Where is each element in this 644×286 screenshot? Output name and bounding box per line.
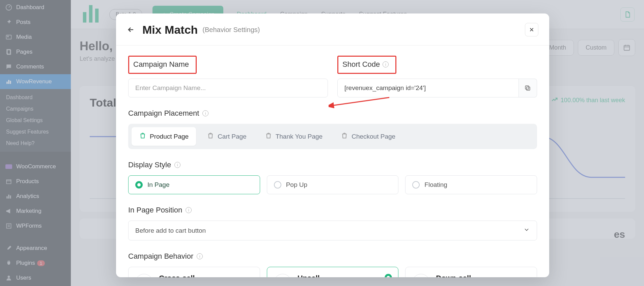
behavior-title: Cross-sell <box>159 274 216 277</box>
display-option-in-page[interactable]: In Page <box>128 175 260 194</box>
option-label: Floating <box>424 181 447 189</box>
chevron-down-icon <box>523 226 530 235</box>
behavior-upsell[interactable]: Upsell The goal is to upsell <box>267 267 399 277</box>
clock-icon <box>412 274 430 277</box>
info-icon[interactable]: i <box>383 61 389 67</box>
tab-label: Cart Page <box>218 133 247 140</box>
in-page-position-select[interactable]: Before add to cart button <box>128 221 537 240</box>
tab-checkout-page[interactable]: Checkout Page <box>333 127 403 146</box>
in-page-position-label: In Page Position i <box>128 206 537 214</box>
bag-icon <box>207 132 214 141</box>
shortcode-label: Short Code i <box>342 60 389 69</box>
display-style-text: Display Style <box>128 161 171 169</box>
modal-header: Mix Match (Behavior Settings) <box>116 13 549 46</box>
shortcode-label-text: Short Code <box>342 60 380 69</box>
clock-icon <box>274 274 291 277</box>
shortcode-input[interactable] <box>337 79 519 97</box>
placement-label-text: Campaign Placement <box>128 109 199 118</box>
display-style-label: Display Style i <box>128 161 537 169</box>
bag-icon <box>139 132 146 141</box>
info-icon[interactable]: i <box>186 207 192 213</box>
campaign-name-input[interactable] <box>128 79 328 97</box>
campaign-name-highlight: Campaign Name <box>128 56 197 74</box>
modal-title: Mix Match <box>142 23 198 36</box>
behavior-settings-modal: Mix Match (Behavior Settings) Campaign N… <box>116 13 549 277</box>
behavior-cross-sell[interactable]: Cross-sell The goal is to cross-sell <box>128 267 260 277</box>
behavior-title: Upsell <box>298 274 345 277</box>
option-label: In Page <box>147 181 170 189</box>
in-page-position-text: In Page Position <box>128 206 182 214</box>
radio-icon <box>385 274 392 277</box>
copy-icon[interactable] <box>519 79 537 97</box>
tab-thank-you-page[interactable]: Thank You Page <box>257 127 330 146</box>
svg-rect-22 <box>526 86 529 89</box>
arrow-annotation-icon <box>329 95 393 109</box>
option-label: Pop Up <box>286 181 307 189</box>
display-option-pop-up[interactable]: Pop Up <box>267 175 399 194</box>
tab-cart-page[interactable]: Cart Page <box>199 127 254 146</box>
info-icon[interactable]: i <box>202 110 208 116</box>
placement-tabs: Product Page Cart Page Thank You Page Ch… <box>128 124 537 149</box>
radio-icon <box>412 181 420 189</box>
tab-label: Checkout Page <box>352 133 395 140</box>
display-option-floating[interactable]: Floating <box>405 175 537 194</box>
svg-line-20 <box>332 97 389 106</box>
tab-product-page[interactable]: Product Page <box>132 127 196 146</box>
clock-icon <box>135 274 153 277</box>
bag-icon <box>341 132 348 141</box>
campaign-behavior-label: Campaign Behavior i <box>128 252 537 261</box>
close-icon[interactable] <box>525 23 538 36</box>
campaign-placement-label: Campaign Placement i <box>128 109 537 118</box>
select-value: Before add to cart button <box>135 227 206 234</box>
info-icon[interactable]: i <box>197 253 203 259</box>
radio-icon <box>274 181 281 189</box>
behavior-label-text: Campaign Behavior <box>128 252 193 261</box>
tab-label: Product Page <box>150 133 189 140</box>
back-arrow-icon[interactable] <box>127 26 135 34</box>
tab-label: Thank You Page <box>276 133 323 140</box>
radio-icon <box>135 181 143 189</box>
modal-subtitle: (Behavior Settings) <box>202 26 260 34</box>
campaign-name-label: Campaign Name <box>133 60 189 69</box>
behavior-down-sell[interactable]: Down-sell The goal is to down-sell <box>405 267 537 277</box>
behavior-title: Down-sell <box>436 274 493 277</box>
svg-rect-21 <box>527 87 530 90</box>
shortcode-highlight: Short Code i <box>337 56 396 74</box>
info-icon[interactable]: i <box>174 162 180 168</box>
bag-icon <box>265 132 272 141</box>
